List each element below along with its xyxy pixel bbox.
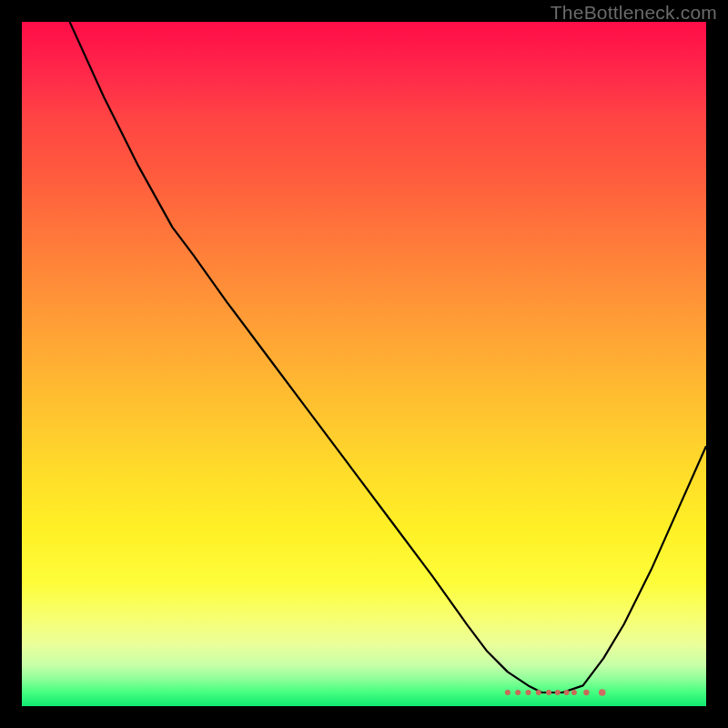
bottleneck-curve-line xyxy=(70,22,706,693)
marker-dot xyxy=(555,690,561,695)
marker-dot xyxy=(526,690,531,695)
marker-dot xyxy=(515,690,521,695)
marker-dot xyxy=(546,690,551,695)
marker-dot xyxy=(564,690,570,695)
watermark-text: TheBottleneck.com xyxy=(551,2,717,24)
chart-svg xyxy=(22,22,706,706)
marker-dot xyxy=(571,690,577,695)
marker-dot xyxy=(505,690,511,695)
plot-area xyxy=(22,22,706,706)
marker-dot xyxy=(536,690,541,695)
chart-frame: TheBottleneck.com xyxy=(0,0,728,728)
marker-dot xyxy=(583,690,589,695)
marker-dot xyxy=(599,689,606,696)
marker-cluster xyxy=(505,689,606,696)
